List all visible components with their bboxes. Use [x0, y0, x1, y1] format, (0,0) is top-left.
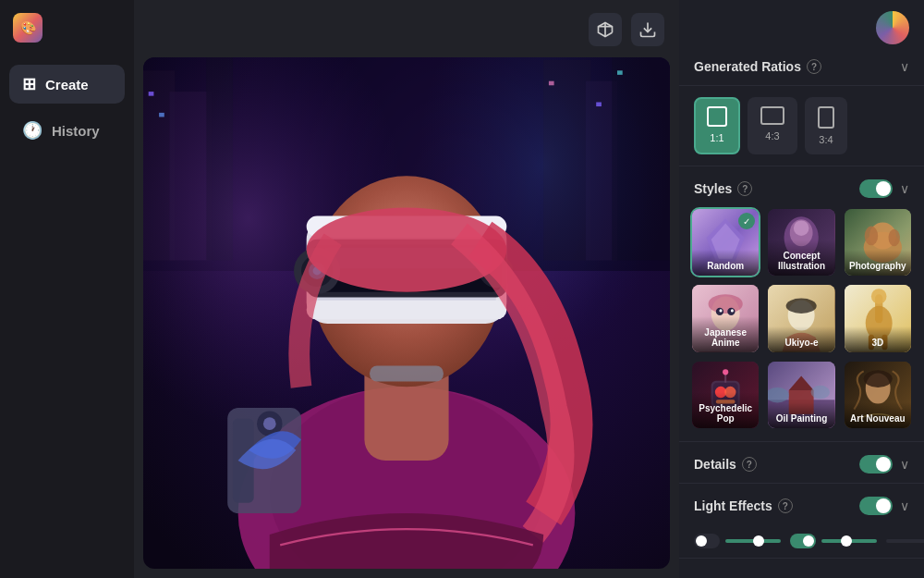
- style-card-ukiyoe[interactable]: Ukiyo-e: [766, 283, 836, 353]
- slider-toggle-2[interactable]: [790, 534, 816, 548]
- svg-point-23: [263, 417, 276, 430]
- light-effects-controls: ∨: [859, 497, 909, 515]
- svg-point-61: [731, 310, 734, 313]
- slider-group-1: [694, 534, 781, 548]
- style-label-oil: Oil Painting: [768, 402, 834, 428]
- slider-thumb-1: [753, 535, 764, 547]
- generated-ratios-collapse-icon[interactable]: ∨: [900, 59, 909, 74]
- style-label-anime: Japanese Anime: [692, 316, 759, 352]
- ratio-4-3[interactable]: 4:3: [748, 97, 797, 154]
- ratio-section: 1:1 4:3 3:4: [679, 86, 924, 166]
- details-header[interactable]: Details ? ∨: [679, 442, 924, 483]
- logo-area: 🎨: [9, 13, 125, 43]
- ratio-1-1[interactable]: 1:1: [694, 97, 740, 154]
- svg-point-49: [794, 220, 809, 236]
- style-grid: ✓ Random Concept Illustration: [679, 207, 924, 441]
- svg-point-84: [811, 386, 831, 399]
- details-help[interactable]: ?: [742, 457, 757, 472]
- sidebar-item-create-label: Create: [45, 77, 89, 92]
- sidebar-item-history-label: History: [52, 123, 100, 139]
- cube-icon: [596, 20, 614, 39]
- generated-ratios-title: Generated Ratios ?: [694, 59, 821, 74]
- styles-toggle[interactable]: [859, 179, 893, 198]
- download-button[interactable]: [631, 13, 664, 46]
- ratio-1-1-shape: [707, 106, 727, 129]
- styles-collapse-icon[interactable]: ∨: [900, 181, 909, 196]
- styles-label: Styles: [694, 181, 732, 196]
- svg-point-78: [723, 369, 728, 375]
- create-icon: ⊞: [22, 74, 36, 94]
- slider-track-2[interactable]: [821, 539, 877, 543]
- svg-rect-42: [819, 107, 833, 128]
- style-card-anime[interactable]: Japanese Anime: [690, 283, 760, 353]
- main-toolbar: [143, 9, 670, 50]
- style-card-3d[interactable]: 3D: [843, 283, 913, 353]
- svg-point-57: [709, 295, 743, 314]
- cube-button[interactable]: [589, 13, 622, 46]
- svg-point-54: [888, 229, 899, 247]
- slider-toggle-1[interactable]: [694, 534, 720, 548]
- ratio-1-1-label: 1:1: [710, 132, 723, 143]
- light-effects-section: Light Effects ? ∨: [679, 484, 924, 559]
- styles-help[interactable]: ?: [737, 181, 752, 196]
- style-label-psychedelic: Psychedelic Pop: [692, 392, 759, 428]
- ratio-3-4-label: 3:4: [819, 134, 833, 145]
- generated-image-container: [143, 57, 670, 569]
- sidebar-item-history[interactable]: 🕐 History: [9, 111, 125, 150]
- style-card-concept[interactable]: Concept Illustration: [766, 207, 836, 277]
- generated-ratios-controls: ∨: [900, 59, 909, 74]
- generated-ratios-help[interactable]: ?: [807, 59, 821, 74]
- svg-rect-40: [708, 107, 726, 126]
- ratio-buttons: 1:1 4:3 3:4: [694, 97, 909, 154]
- light-effects-label: Light Effects: [694, 498, 772, 513]
- svg-point-64: [786, 299, 817, 314]
- styles-header[interactable]: Styles ? ∨: [679, 166, 924, 207]
- generated-ratios-label: Generated Ratios: [694, 59, 801, 74]
- svg-rect-41: [761, 107, 784, 124]
- style-card-photography[interactable]: Photography: [843, 207, 913, 277]
- logo-icon: 🎨: [13, 13, 43, 43]
- svg-rect-37: [307, 301, 507, 320]
- details-section: Details ? ∨: [679, 442, 924, 484]
- styles-title: Styles ?: [694, 181, 752, 196]
- light-sliders: [679, 524, 924, 558]
- details-collapse-icon[interactable]: ∨: [900, 457, 909, 472]
- download-icon: [638, 20, 657, 39]
- slider-group-2: [790, 534, 877, 548]
- style-card-psychedelic[interactable]: Psychedelic Pop: [690, 360, 760, 430]
- right-panel: Generated Ratios ? ∨ 1:1 4:3: [679, 0, 924, 578]
- svg-point-67: [871, 289, 887, 304]
- ratio-3-4-shape: [818, 106, 834, 130]
- slider-track-1[interactable]: [725, 539, 781, 543]
- styles-section: Styles ? ∨ ✓ Random: [679, 166, 924, 442]
- style-card-artnouveau[interactable]: Art Nouveau: [843, 360, 913, 430]
- style-label-artnouveau: Art Nouveau: [845, 402, 911, 428]
- main-area: [134, 0, 679, 578]
- light-effects-title: Light Effects ?: [694, 498, 793, 513]
- svg-rect-39: [370, 366, 444, 382]
- ratio-4-3-shape: [760, 106, 784, 127]
- style-card-random[interactable]: ✓ Random: [690, 207, 760, 277]
- light-effects-help[interactable]: ?: [778, 498, 793, 513]
- style-label-3d: 3D: [845, 326, 911, 352]
- light-effects-header[interactable]: Light Effects ? ∨: [679, 484, 924, 524]
- history-icon: 🕐: [22, 120, 43, 141]
- sidebar: 🎨 ⊞ Create 🕐 History: [0, 0, 134, 578]
- light-effects-collapse-icon[interactable]: ∨: [900, 498, 909, 513]
- style-label-concept: Concept Illustration: [768, 240, 834, 276]
- style-label-random: Random: [692, 250, 759, 276]
- ratio-3-4[interactable]: 3:4: [805, 97, 847, 154]
- details-toggle[interactable]: [859, 455, 893, 473]
- generated-ratios-header: Generated Ratios ? ∨: [679, 44, 924, 86]
- light-effects-toggle[interactable]: [859, 497, 893, 515]
- style-card-oil[interactable]: Oil Painting: [766, 360, 836, 430]
- details-title: Details ?: [694, 457, 757, 472]
- sidebar-item-create[interactable]: ⊞ Create: [9, 65, 125, 104]
- style-label-photography: Photography: [845, 250, 911, 276]
- svg-point-60: [719, 310, 722, 313]
- user-avatar[interactable]: [876, 11, 909, 44]
- ratio-4-3-label: 4:3: [765, 130, 779, 141]
- details-controls: ∨: [859, 455, 909, 473]
- svg-point-53: [864, 227, 877, 246]
- slider-track-3[interactable]: [886, 539, 924, 543]
